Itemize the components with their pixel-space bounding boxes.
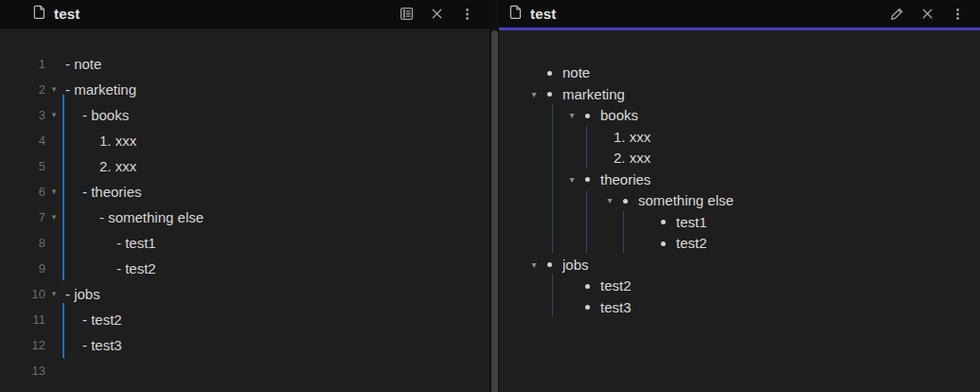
preview-list-item: 1. xxx xyxy=(499,127,980,149)
preview-list-item: ▾marketing xyxy=(499,84,980,106)
reading-view-icon xyxy=(399,6,415,22)
workspace: test xyxy=(0,0,980,392)
close-icon xyxy=(920,7,935,21)
list-item-text: marketing xyxy=(562,84,625,106)
editor-line[interactable]: 9- test2 xyxy=(0,256,490,281)
fold-arrow-icon[interactable]: ▾ xyxy=(46,77,62,102)
editor-line[interactable]: 10▾- jobs xyxy=(0,281,490,307)
collapse-arrow-icon[interactable]: ▾ xyxy=(565,169,579,191)
preview-content: note▾marketing▾books1. xxx2. xxx▾theorie… xyxy=(499,30,980,392)
preview-list-item: test2 xyxy=(499,276,980,297)
editor-line[interactable]: 52. xxx xyxy=(0,153,490,179)
line-text: - marketing xyxy=(65,77,136,102)
editor-tab-header[interactable]: test xyxy=(0,0,490,28)
bullet-dot xyxy=(547,262,552,267)
collapse-arrow-icon[interactable]: ▾ xyxy=(527,255,541,276)
active-indent-guide xyxy=(62,303,64,358)
collapse-arrow-icon[interactable]: ▾ xyxy=(565,105,579,127)
editor-line[interactable]: 6▾- theories xyxy=(0,179,490,205)
bullet-dot xyxy=(547,71,552,76)
line-text: - jobs xyxy=(65,281,100,307)
line-text: - something else xyxy=(99,205,204,230)
indent-guide xyxy=(623,211,624,253)
line-text: - theories xyxy=(82,179,142,205)
preview-tab-header[interactable]: test xyxy=(499,0,980,30)
list-item-text: books xyxy=(600,105,638,127)
close-tab-button[interactable] xyxy=(916,3,938,26)
line-number: 4 xyxy=(0,128,45,153)
editor-header-actions xyxy=(395,3,490,26)
line-number: 9 xyxy=(0,256,45,281)
bullet-dot xyxy=(585,305,590,310)
indent-guide xyxy=(586,190,587,253)
line-number: 10 xyxy=(0,281,45,307)
preview-list-item: ▾jobs xyxy=(499,255,980,276)
more-options-button[interactable] xyxy=(946,3,969,26)
file-icon xyxy=(32,5,47,24)
bullet-dot xyxy=(661,241,666,246)
fold-arrow-icon[interactable]: ▾ xyxy=(46,102,62,128)
editor-tab-title: test xyxy=(54,6,80,22)
line-text: - note xyxy=(65,51,101,77)
more-options-button[interactable] xyxy=(455,3,478,26)
list-item-text: jobs xyxy=(562,255,589,276)
line-number: 3 xyxy=(0,102,45,128)
editor-line[interactable]: 7▾- something else xyxy=(0,205,490,230)
close-icon xyxy=(430,7,444,21)
editor-line[interactable]: 3▾- books xyxy=(0,102,490,128)
preview-list-item: test1 xyxy=(499,212,980,234)
fold-arrow-icon[interactable]: ▾ xyxy=(46,179,62,205)
fold-arrow-icon[interactable]: ▾ xyxy=(46,281,62,307)
edit-view-button[interactable] xyxy=(885,3,908,26)
editor-pane: test xyxy=(0,0,490,392)
line-text: 1. xxx xyxy=(99,128,136,153)
editor-line[interactable]: 41. xxx xyxy=(0,128,490,153)
more-vertical-icon xyxy=(460,7,474,22)
bullet-dot xyxy=(585,284,590,289)
line-number: 1 xyxy=(0,51,45,77)
fold-arrow-icon[interactable]: ▾ xyxy=(46,205,62,230)
preview-list-item: ▾something else xyxy=(499,190,980,212)
editor-line[interactable]: 12- test3 xyxy=(0,332,490,358)
line-text: - test1 xyxy=(116,230,156,256)
active-indent-guide xyxy=(62,95,64,280)
editor-line[interactable]: 8- test1 xyxy=(0,230,490,256)
ordered-list-item-text: 1. xxx xyxy=(614,127,650,149)
list-item-text: note xyxy=(562,62,590,84)
preview-header-actions xyxy=(885,3,980,26)
preview-pane: test xyxy=(499,0,980,392)
preview-list-item: ▾theories xyxy=(499,169,980,191)
list-item-text: test1 xyxy=(676,212,707,234)
preview-list-item: note xyxy=(499,62,980,84)
more-vertical-icon xyxy=(951,7,965,22)
list-item-text: test3 xyxy=(600,297,632,319)
pane-resize-handle[interactable] xyxy=(491,30,498,392)
pane-divider xyxy=(490,0,499,392)
bullet-dot xyxy=(661,220,666,224)
line-number: 11 xyxy=(0,307,45,332)
editor-line[interactable]: 13 xyxy=(0,358,490,383)
line-text: - test3 xyxy=(82,332,122,358)
editor-line[interactable]: 1- note xyxy=(0,51,490,77)
ordered-list-item-text: 2. xxx xyxy=(614,148,650,169)
edit-pencil-icon xyxy=(889,7,904,22)
line-text: 2. xxx xyxy=(99,153,136,179)
file-icon xyxy=(508,5,524,24)
line-number: 2 xyxy=(0,77,45,102)
indent-guide xyxy=(552,104,553,253)
indent-guide xyxy=(586,126,587,169)
list-item-text: test2 xyxy=(600,276,632,297)
bullet-dot xyxy=(585,177,590,182)
line-number: 8 xyxy=(0,230,45,256)
line-number: 7 xyxy=(0,205,45,230)
line-text: - test2 xyxy=(116,256,156,281)
editor-content[interactable]: 1- note2▾- marketing3▾- books41. xxx52. … xyxy=(0,28,490,392)
collapse-arrow-icon[interactable]: ▾ xyxy=(603,190,616,212)
preview-list-item: ▾books xyxy=(499,105,980,127)
close-tab-button[interactable] xyxy=(425,3,448,26)
editor-line[interactable]: 2▾- marketing xyxy=(0,77,490,102)
line-text: - books xyxy=(82,102,129,128)
collapse-arrow-icon[interactable]: ▾ xyxy=(527,84,541,106)
reading-view-button[interactable] xyxy=(395,3,418,26)
editor-line[interactable]: 11- test2 xyxy=(0,307,490,332)
